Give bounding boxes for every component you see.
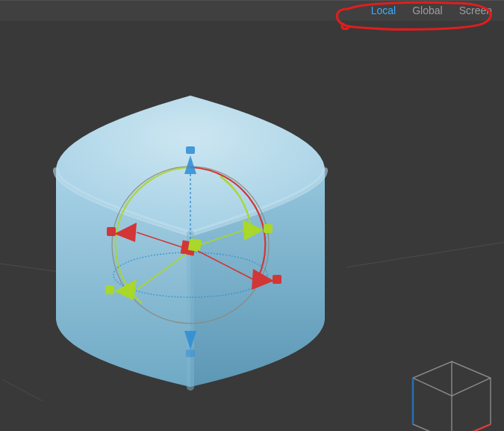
svg-line-21 [452,424,491,431]
orientation-cube-widget[interactable] [407,357,497,431]
svg-rect-5 [186,146,195,154]
svg-rect-16 [105,285,114,294]
viewport-3d[interactable] [0,21,504,431]
orientation-tabs: Local Global Screen [370,0,494,21]
tab-screen[interactable]: Screen [458,1,494,19]
svg-rect-7 [186,350,195,357]
scene-object-cube[interactable] [26,88,355,402]
svg-rect-18 [264,224,273,233]
tab-global[interactable]: Global [411,1,444,19]
grid-line [346,241,504,267]
svg-rect-10 [107,227,116,236]
svg-rect-12 [273,275,281,284]
tab-local[interactable]: Local [370,1,397,19]
top-toolbar: Local Global Screen [0,0,504,22]
